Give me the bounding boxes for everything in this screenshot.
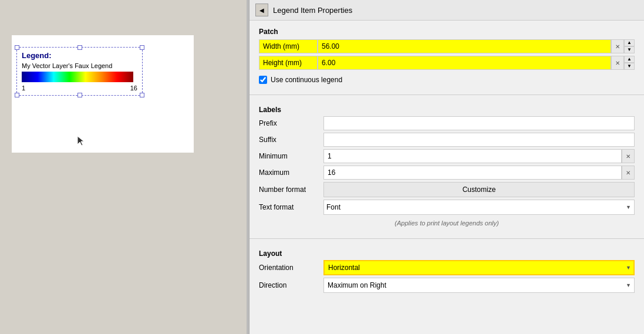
maximum-clear-button[interactable]: ✕ [622,166,635,180]
suffix-label: Suffix [259,134,323,146]
width-spin-up[interactable]: ▲ [624,39,635,46]
orientation-select[interactable]: Horizontal Vertical [323,260,635,275]
direction-select[interactable]: Maximum on Right Maximum on Left [323,278,635,293]
text-format-select-wrap: Font [323,200,635,215]
patch-section: Patch Width (mm) ✕ ▲ ▼ Height (mm) ✕ ▲ [249,21,644,92]
height-row: Height (mm) ✕ ▲ ▼ [259,56,635,70]
height-label: Height (mm) [259,56,318,70]
maximum-label: Maximum [259,167,323,178]
orientation-select-wrap: Horizontal Vertical [323,260,635,275]
resize-handle-top-right[interactable] [140,45,144,50]
legend-layer-name: My Vector Layer's Faux Legend [22,62,137,69]
resize-handle-top-left[interactable] [15,45,19,50]
height-input-wrap: ✕ ▲ ▼ [318,56,635,70]
cursor-icon [76,135,86,147]
minimum-input[interactable] [323,149,622,163]
number-format-label: Number format [259,184,323,195]
suffix-input[interactable] [323,133,635,147]
width-input[interactable] [318,39,611,53]
width-spinner: ▲ ▼ [624,39,635,53]
labels-section-label: Labels [259,106,635,114]
width-input-wrap: ✕ ▲ ▼ [318,39,635,53]
resize-handle-bottom[interactable] [77,93,82,97]
continuous-legend-checkbox[interactable] [259,76,267,84]
customize-button[interactable]: Customize [323,182,635,197]
prefix-row: Prefix [259,116,635,130]
suffix-row: Suffix [259,133,635,147]
legend-values: 1 16 [22,85,137,92]
width-row: Width (mm) ✕ ▲ ▼ [259,39,635,53]
legend-min-value: 1 [22,85,25,92]
cursor-area [76,135,86,149]
minimum-row: Minimum ✕ [259,149,635,163]
resize-handle-bottom-right[interactable] [140,93,144,97]
patch-section-label: Patch [259,28,635,36]
minimum-clear-button[interactable]: ✕ [622,149,635,163]
right-panel: ◀ Legend Item Properties Patch Width (mm… [249,0,644,334]
width-label: Width (mm) [259,39,318,53]
number-format-row: Number format Customize [259,182,635,197]
direction-row: Direction Maximum on Right Maximum on Le… [259,278,635,293]
maximum-row: Maximum ✕ [259,166,635,180]
maximum-input[interactable] [323,166,622,180]
orientation-label: Orientation [259,264,323,272]
legend-max-value: 16 [130,85,137,92]
minimum-input-wrap: ✕ [323,149,635,163]
height-input[interactable] [318,56,611,70]
legend-box[interactable]: Legend: My Vector Layer's Faux Legend 1 … [16,47,143,96]
minimum-label: Minimum [259,150,323,162]
height-clear-button[interactable]: ✕ [611,56,624,70]
height-spin-up[interactable]: ▲ [624,56,635,63]
panel-header: ◀ Legend Item Properties [249,0,644,21]
text-format-select[interactable]: Font [323,200,635,215]
text-format-label: Text format [259,201,323,213]
legend-gradient [22,72,133,82]
height-spinner: ▲ ▼ [624,56,635,70]
resize-handle-bottom-left[interactable] [15,93,19,97]
layout-section: Layout Orientation Horizontal Vertical D… [249,241,644,300]
panel-title: Legend Item Properties [273,6,352,15]
direction-label: Direction [259,281,323,289]
italic-note: (Applies to print layout legends only) [259,217,635,231]
orientation-row: Orientation Horizontal Vertical [259,260,635,275]
labels-section: Labels Prefix Suffix Minimum ✕ Maximum ✕ [249,97,644,236]
svg-marker-0 [77,136,84,146]
continuous-legend-label: Use continuous legend [271,76,342,84]
height-spin-down[interactable]: ▼ [624,63,635,70]
prefix-input[interactable] [323,116,635,130]
resize-handle-top[interactable] [77,45,82,50]
layout-section-label: Layout [259,249,635,258]
maximum-input-wrap: ✕ [323,166,635,180]
legend-title: Legend: [22,51,137,60]
width-spin-down[interactable]: ▼ [624,46,635,53]
width-clear-button[interactable]: ✕ [611,39,624,53]
prefix-label: Prefix [259,117,323,129]
back-button[interactable]: ◀ [255,4,268,16]
canvas-area: Legend: My Vector Layer's Faux Legend 1 … [12,35,194,153]
left-panel: Legend: My Vector Layer's Faux Legend 1 … [0,0,247,334]
direction-select-wrap: Maximum on Right Maximum on Left [323,278,635,293]
text-format-row: Text format Font [259,200,635,215]
continuous-legend-row: Use continuous legend [259,72,635,87]
